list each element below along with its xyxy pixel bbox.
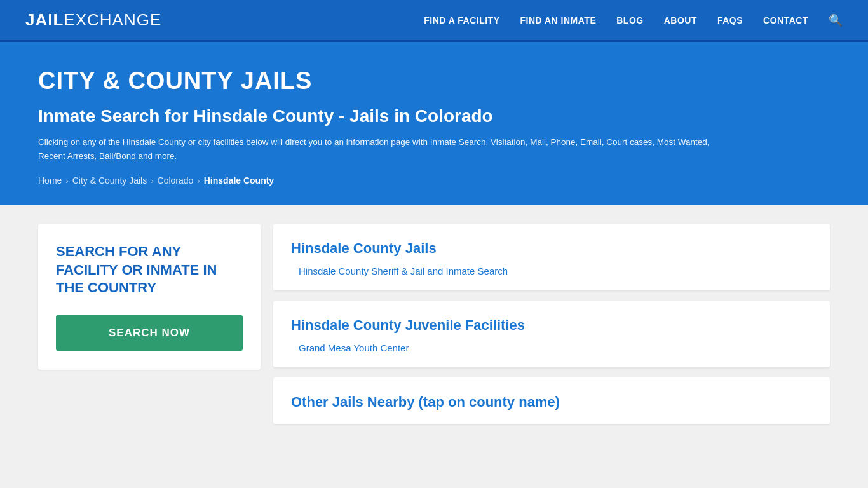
- breadcrumb-home[interactable]: Home: [38, 175, 62, 186]
- breadcrumb-sep-1: ›: [65, 176, 68, 186]
- nav-links: FIND A FACILITY FIND AN INMATE BLOG ABOU…: [424, 13, 843, 27]
- search-icon[interactable]: 🔍: [829, 14, 843, 27]
- facility-nearby-title[interactable]: Other Jails Nearby (tap on county name): [291, 394, 812, 410]
- page-description: Clicking on any of the Hinsdale County o…: [38, 135, 737, 163]
- nav-find-inmate-link[interactable]: FIND AN INMATE: [520, 15, 596, 25]
- nav-item-about[interactable]: ABOUT: [664, 15, 697, 26]
- facility-card-nearby: Other Jails Nearby (tap on county name): [273, 377, 830, 424]
- nav-item-blog[interactable]: BLOG: [616, 15, 643, 26]
- site-logo[interactable]: JAILEXCHANGE: [25, 10, 161, 30]
- breadcrumb: Home › City & County Jails › Colorado › …: [38, 175, 830, 186]
- breadcrumb-city-county[interactable]: City & County Jails: [72, 175, 147, 186]
- nav-item-find-inmate[interactable]: FIND AN INMATE: [520, 15, 596, 26]
- logo-exchange-text: EXCHANGE: [64, 10, 161, 30]
- facility-juvenile-title[interactable]: Hinsdale County Juvenile Facilities: [291, 317, 812, 334]
- facility-card-jails: Hinsdale County Jails Hinsdale County Sh…: [273, 224, 830, 290]
- page-subtitle: Inmate Search for Hinsdale County - Jail…: [38, 106, 830, 126]
- nav-item-contact[interactable]: CONTACT: [763, 15, 808, 26]
- nav-contact-link[interactable]: CONTACT: [763, 15, 808, 25]
- facility-jails-subtitle[interactable]: Hinsdale County Sheriff & Jail and Inmat…: [291, 266, 812, 276]
- main-content: SEARCH FOR ANY FACILITY OR INMATE IN THE…: [0, 205, 868, 444]
- page-title: CITY & COUNTY JAILS: [38, 67, 830, 95]
- facility-jails-title[interactable]: Hinsdale County Jails: [291, 240, 812, 257]
- nav-find-facility-link[interactable]: FIND A FACILITY: [424, 15, 499, 25]
- search-now-button[interactable]: SEARCH NOW: [56, 315, 243, 351]
- logo-jail-text: JAIL: [25, 10, 64, 30]
- search-panel: SEARCH FOR ANY FACILITY OR INMATE IN THE…: [38, 224, 261, 370]
- breadcrumb-state[interactable]: Colorado: [158, 175, 194, 186]
- facility-juvenile-subtitle[interactable]: Grand Mesa Youth Center: [291, 342, 812, 353]
- breadcrumb-sep-2: ›: [151, 176, 153, 186]
- breadcrumb-current: Hinsdale County: [204, 175, 274, 186]
- facilities-list: Hinsdale County Jails Hinsdale County Sh…: [273, 224, 830, 424]
- facility-card-juvenile: Hinsdale County Juvenile Facilities Gran…: [273, 301, 830, 367]
- breadcrumb-sep-3: ›: [197, 176, 200, 186]
- nav-search-icon-item[interactable]: 🔍: [829, 13, 843, 27]
- nav-item-find-facility[interactable]: FIND A FACILITY: [424, 15, 499, 26]
- hero-banner: CITY & COUNTY JAILS Inmate Search for Hi…: [0, 42, 868, 205]
- search-promo-text: SEARCH FOR ANY FACILITY OR INMATE IN THE…: [56, 243, 243, 297]
- nav-item-faqs[interactable]: FAQs: [717, 15, 743, 26]
- nav-blog-link[interactable]: BLOG: [616, 15, 643, 25]
- navbar: JAILEXCHANGE FIND A FACILITY FIND AN INM…: [0, 0, 868, 42]
- nav-faqs-link[interactable]: FAQs: [717, 15, 743, 25]
- nav-about-link[interactable]: ABOUT: [664, 15, 697, 25]
